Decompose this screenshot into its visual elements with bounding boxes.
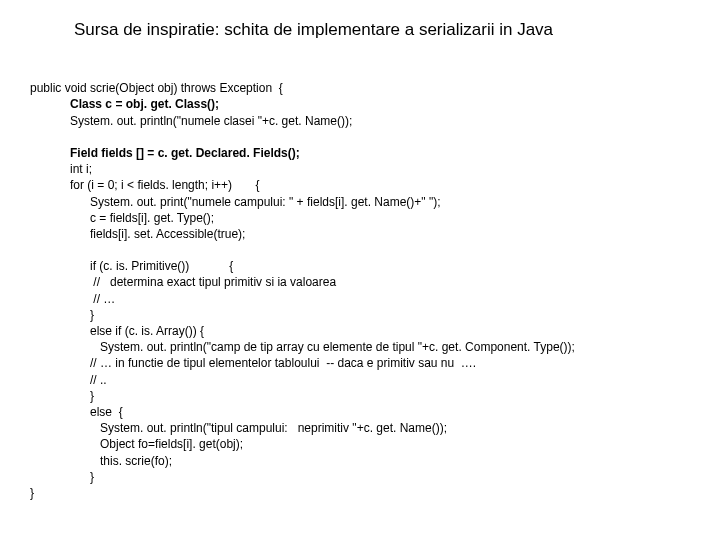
code-line: else { xyxy=(90,405,123,419)
code-line: else if (c. is. Array()) { xyxy=(90,324,204,338)
code-line: // … xyxy=(90,292,115,306)
code-line: System. out. println("tipul campului: ne… xyxy=(100,421,447,435)
code-line: System. out. println("camp de tip array … xyxy=(90,340,575,354)
code-line: // determina exact tipul primitiv si ia … xyxy=(90,275,336,289)
code-line: // … in functie de tipul elementelor tab… xyxy=(90,356,476,370)
code-line: // .. xyxy=(90,373,107,387)
code-line: if (c. is. Primitive()) { xyxy=(90,259,233,273)
page-title: Sursa de inspiratie: schita de implement… xyxy=(74,20,690,40)
code-line: c = fields[i]. get. Type(); xyxy=(90,211,214,225)
code-line: } xyxy=(90,308,94,322)
code-line: Class c = obj. get. Class(); xyxy=(70,97,219,111)
code-line: Field fields [] = c. get. Declared. Fiel… xyxy=(70,146,300,160)
code-line: fields[i]. set. Accessible(true); xyxy=(90,227,245,241)
code-line: } xyxy=(30,486,34,500)
code-line: System. out. print("numele campului: " +… xyxy=(90,195,441,209)
code-line: for (i = 0; i < fields. length; i++) { xyxy=(70,178,259,192)
code-block: public void scrie(Object obj) throws Exc… xyxy=(30,64,690,501)
code-line: } xyxy=(90,389,94,403)
code-line: System. out. println("numele clasei "+c.… xyxy=(70,114,352,128)
code-line: int i; xyxy=(70,162,92,176)
code-line: Object fo=fields[i]. get(obj); xyxy=(100,437,243,451)
code-line: this. scrie(fo); xyxy=(100,454,172,468)
code-line: } xyxy=(90,470,94,484)
code-line: public void scrie(Object obj) throws Exc… xyxy=(30,81,283,95)
